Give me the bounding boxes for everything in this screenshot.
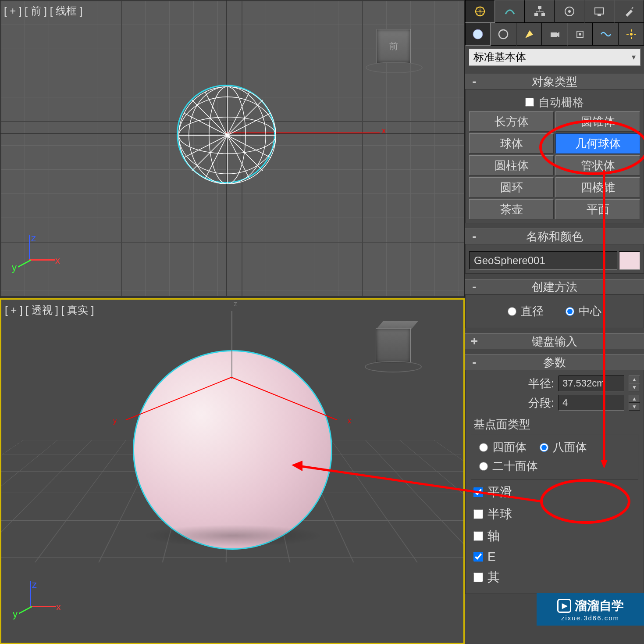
watermark: 溜溜自学 zixue.3d66.com [537,593,644,626]
svg-rect-16 [541,13,545,16]
last-checkbox[interactable] [473,572,483,582]
pyramid-button[interactable]: 四棱锥 [555,177,640,197]
command-panel: 标准基本体 ▾ - 对象类型 自动栅格 长方体 圆锥体 球体 几何球体 圆柱体 … [465,0,644,644]
center-radio[interactable] [566,307,574,316]
category-dropdown[interactable]: 标准基本体 ▾ [469,48,640,66]
shapes-tab[interactable] [491,23,516,46]
geosphere-button[interactable]: 几何球体 [555,133,640,154]
radius-input[interactable] [559,376,624,391]
geosphere-wireframe[interactable] [177,85,275,183]
svg-rect-23 [551,32,557,37]
plane-button[interactable]: 平面 [555,199,640,219]
tetra-radio[interactable] [479,443,488,452]
object-name-input[interactable] [469,251,617,270]
box-button[interactable]: 长方体 [469,111,554,132]
rollout-name-color[interactable]: - 名称和颜色 [465,229,644,244]
axis-indicator-front: z x y [14,235,62,283]
svg-point-18 [568,10,571,13]
cone-button[interactable]: 圆锥体 [555,111,640,132]
geodesic-base-group: 四面体 八面体 二十面体 [471,434,638,479]
axis-checkbox[interactable] [473,531,483,541]
motion-tab[interactable] [555,0,584,23]
collapse-icon: - [465,75,484,89]
lights-tab[interactable] [516,23,542,46]
play-icon [557,599,571,613]
rollout-keyboard-entry[interactable]: + 键盘输入 [465,333,644,349]
octa-radio[interactable] [540,443,548,452]
display-tab[interactable] [584,0,614,23]
svg-point-22 [499,30,508,39]
sphere-button[interactable]: 球体 [469,133,554,154]
create-tab[interactable] [465,0,495,23]
svg-rect-20 [598,14,601,16]
smooth-checkbox[interactable] [473,487,483,497]
torus-button[interactable]: 圆环 [469,177,554,197]
modify-tab[interactable] [495,0,525,23]
axis-x-marker: x [382,126,386,136]
create-subtype-tabs [465,23,644,46]
viewport-front[interactable]: x [ + ] [ 前 ] [ 线框 ] [0,0,465,298]
geometry-tab[interactable] [465,23,491,46]
chevron-down-icon: ▾ [632,52,636,62]
viewcube-persp[interactable] [363,319,424,381]
utilities-tab[interactable] [614,0,644,23]
viewport-label-persp[interactable]: [ + ] [ 透视 ] [ 真实 ] [5,303,94,317]
svg-rect-14 [538,6,541,9]
hemisphere-checkbox[interactable] [473,509,483,519]
systems-tab[interactable] [619,23,644,46]
axis-indicator-persp: z x y [14,581,63,630]
geosphere-shaded[interactable] [133,350,332,550]
viewport-perspective[interactable]: [ + ] [ 透视 ] [ 真实 ] z x y z x y [0,298,465,644]
helpers-tab[interactable] [567,23,593,46]
diameter-radio[interactable] [508,307,516,316]
tube-button[interactable]: 管状体 [555,155,640,175]
svg-point-21 [473,29,483,39]
spacewarps-tab[interactable] [593,23,618,46]
rollout-creation-method[interactable]: - 创建方法 [465,279,644,295]
rollout-parameters[interactable]: - 参数 [465,354,644,370]
segments-spinner[interactable]: ▲▼ [629,395,640,411]
hierarchy-tab[interactable] [525,0,555,23]
e-checkbox[interactable] [473,552,483,562]
rollout-object-type[interactable]: - 对象类型 [465,74,644,89]
svg-rect-15 [534,13,538,16]
object-color-swatch[interactable] [619,251,640,270]
panel-main-tabs [465,0,644,23]
cameras-tab[interactable] [542,23,567,46]
viewport-label-front[interactable]: [ + ] [ 前 ] [ 线框 ] [4,4,82,18]
teapot-button[interactable]: 茶壶 [469,199,554,219]
radius-spinner[interactable]: ▲▼ [629,376,640,391]
auto-grid-checkbox[interactable] [525,98,534,107]
viewcube-front[interactable]: 前 [363,20,425,82]
svg-point-25 [579,33,581,36]
svg-point-26 [630,33,633,36]
icosa-radio[interactable] [479,462,488,471]
svg-rect-19 [595,8,604,14]
segments-input[interactable] [559,395,624,411]
cylinder-button[interactable]: 圆柱体 [469,155,554,175]
